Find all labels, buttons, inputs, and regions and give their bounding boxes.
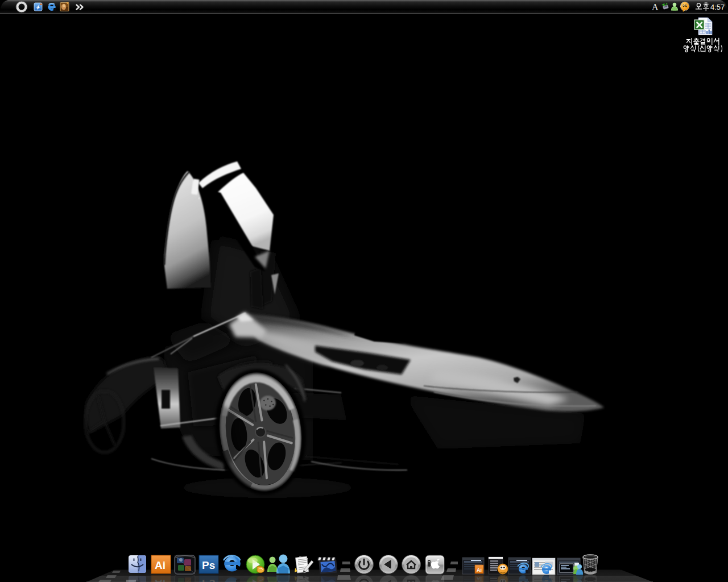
- svg-text:Ai: Ai: [477, 567, 482, 573]
- svg-text:Ps: Ps: [202, 559, 215, 571]
- svg-text:Ai: Ai: [155, 559, 166, 571]
- svg-text:A: A: [652, 2, 659, 12]
- svg-text:4:57: 4:57: [710, 3, 725, 11]
